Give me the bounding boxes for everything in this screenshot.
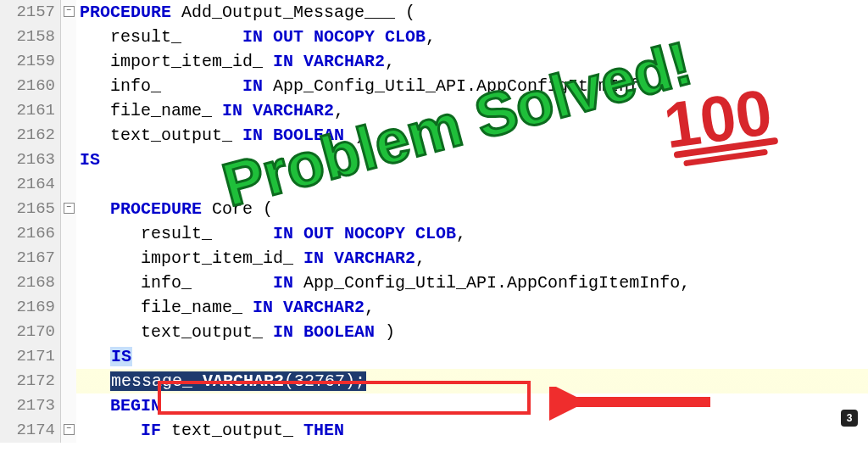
code-line[interactable]: 2172 message_ VARCHAR2(32767); <box>0 369 868 393</box>
selected-text[interactable]: message_ VARCHAR2(32767); <box>110 371 366 391</box>
fold-gutter[interactable] <box>61 271 76 295</box>
code-line[interactable]: 2164 <box>0 172 868 197</box>
line-number[interactable]: 2167 <box>0 246 61 271</box>
code-content[interactable]: info_ IN App_Config_Util_API.AppConfigIt… <box>76 271 868 295</box>
code-line[interactable]: 2167 import_item_id_ IN VARCHAR2, <box>0 246 868 271</box>
fold-toggle-icon[interactable]: − <box>64 6 75 17</box>
code-content[interactable]: PROCEDURE Add_Output_Message___ ( <box>76 0 868 25</box>
fold-gutter[interactable] <box>61 320 76 344</box>
code-line[interactable]: 2163IS <box>0 148 868 172</box>
fold-gutter[interactable] <box>61 123 76 148</box>
code-content[interactable]: BEGIN <box>76 393 868 418</box>
code-content[interactable]: import_item_id_ IN VARCHAR2, <box>76 49 868 74</box>
line-number[interactable]: 2171 <box>0 344 61 369</box>
code-line[interactable]: 2159 import_item_id_ IN VARCHAR2, <box>0 49 868 74</box>
code-content[interactable]: message_ VARCHAR2(32767); <box>76 369 868 393</box>
code-content[interactable]: info_ IN App_Config_Util_API.AppConfigIt… <box>76 74 868 98</box>
code-line[interactable]: 2170 text_output_ IN BOOLEAN ) <box>0 320 868 344</box>
fold-gutter[interactable] <box>61 74 76 98</box>
fold-gutter[interactable] <box>61 246 76 271</box>
code-content[interactable]: PROCEDURE Core ( <box>76 197 868 221</box>
code-line[interactable]: 2173 BEGIN <box>0 393 868 418</box>
fold-gutter[interactable] <box>61 344 76 369</box>
notification-badge: 3 <box>841 410 858 427</box>
line-number[interactable]: 2159 <box>0 49 61 74</box>
code-line[interactable]: 2171 IS <box>0 344 868 369</box>
code-line[interactable]: 2174− IF text_output_ THEN <box>0 418 868 443</box>
line-number[interactable]: 2162 <box>0 123 61 148</box>
line-number[interactable]: 2172 <box>0 369 61 393</box>
code-content[interactable]: import_item_id_ IN VARCHAR2, <box>76 246 868 271</box>
fold-gutter[interactable] <box>61 393 76 418</box>
line-number[interactable]: 2163 <box>0 148 61 172</box>
line-number[interactable]: 2170 <box>0 320 61 344</box>
fold-gutter[interactable]: − <box>61 197 76 221</box>
line-number[interactable]: 2168 <box>0 271 61 295</box>
line-number[interactable]: 2158 <box>0 25 61 49</box>
code-line[interactable]: 2168 info_ IN App_Config_Util_API.AppCon… <box>0 271 868 295</box>
fold-toggle-icon[interactable]: − <box>64 203 75 214</box>
code-line[interactable]: 2158 result_ IN OUT NOCOPY CLOB, <box>0 25 868 49</box>
line-number[interactable]: 2166 <box>0 221 61 246</box>
code-content[interactable]: IF text_output_ THEN <box>76 418 868 443</box>
line-number[interactable]: 2169 <box>0 295 61 320</box>
code-content[interactable]: file_name_ IN VARCHAR2, <box>76 98 868 123</box>
fold-gutter[interactable] <box>61 98 76 123</box>
fold-gutter[interactable]: − <box>61 0 76 25</box>
fold-gutter[interactable] <box>61 148 76 172</box>
fold-gutter[interactable]: − <box>61 418 76 443</box>
line-number[interactable]: 2174 <box>0 418 61 443</box>
code-content[interactable]: text_output_ IN BOOLEAN ) <box>76 123 868 148</box>
code-line[interactable]: 2157−PROCEDURE Add_Output_Message___ ( <box>0 0 868 25</box>
line-number[interactable]: 2160 <box>0 74 61 98</box>
code-line[interactable]: 2166 result_ IN OUT NOCOPY CLOB, <box>0 221 868 246</box>
code-content[interactable] <box>76 172 868 197</box>
code-content[interactable]: file_name_ IN VARCHAR2, <box>76 295 868 320</box>
code-content[interactable]: result_ IN OUT NOCOPY CLOB, <box>76 25 868 49</box>
code-line[interactable]: 2161 file_name_ IN VARCHAR2, <box>0 98 868 123</box>
code-editor[interactable]: 2157−PROCEDURE Add_Output_Message___ (21… <box>0 0 868 443</box>
fold-gutter[interactable] <box>61 172 76 197</box>
code-content[interactable]: IS <box>76 148 868 172</box>
fold-toggle-icon[interactable]: − <box>64 424 75 435</box>
fold-gutter[interactable] <box>61 369 76 393</box>
code-content[interactable]: text_output_ IN BOOLEAN ) <box>76 320 868 344</box>
fold-gutter[interactable] <box>61 221 76 246</box>
code-line[interactable]: 2160 info_ IN App_Config_Util_API.AppCon… <box>0 74 868 98</box>
line-number[interactable]: 2173 <box>0 393 61 418</box>
code-content[interactable]: result_ IN OUT NOCOPY CLOB, <box>76 221 868 246</box>
line-number[interactable]: 2157 <box>0 0 61 25</box>
fold-gutter[interactable] <box>61 25 76 49</box>
code-content[interactable]: IS <box>76 344 868 369</box>
line-number[interactable]: 2165 <box>0 197 61 221</box>
code-line[interactable]: 2169 file_name_ IN VARCHAR2, <box>0 295 868 320</box>
line-number[interactable]: 2164 <box>0 172 61 197</box>
code-line[interactable]: 2162 text_output_ IN BOOLEAN ) <box>0 123 868 148</box>
fold-gutter[interactable] <box>61 49 76 74</box>
fold-gutter[interactable] <box>61 295 76 320</box>
code-line[interactable]: 2165− PROCEDURE Core ( <box>0 197 868 221</box>
line-number[interactable]: 2161 <box>0 98 61 123</box>
